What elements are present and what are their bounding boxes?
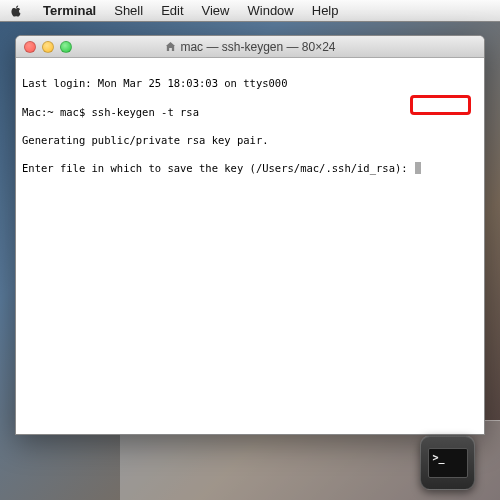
menu-app-name[interactable]: Terminal (34, 3, 105, 18)
menu-bar: Terminal Shell Edit View Window Help (0, 0, 500, 22)
zoom-button[interactable] (60, 41, 72, 53)
menu-edit[interactable]: Edit (152, 3, 192, 18)
minimize-button[interactable] (42, 41, 54, 53)
terminal-line: Generating public/private rsa key pair. (22, 133, 478, 147)
menu-shell[interactable]: Shell (105, 3, 152, 18)
menu-view[interactable]: View (193, 3, 239, 18)
home-icon (164, 41, 176, 53)
window-title-text: mac — ssh-keygen — 80×24 (180, 40, 335, 54)
terminal-content[interactable]: Last login: Mon Mar 25 18:03:03 on ttys0… (16, 58, 484, 434)
window-title: mac — ssh-keygen — 80×24 (16, 40, 484, 54)
menu-window[interactable]: Window (239, 3, 303, 18)
terminal-line: Mac:~ mac$ ssh-keygen -t rsa (22, 105, 478, 119)
terminal-prompt-line: Enter file in which to save the key (/Us… (22, 161, 478, 175)
terminal-line: Last login: Mon Mar 25 18:03:03 on ttys0… (22, 76, 478, 90)
window-titlebar[interactable]: mac — ssh-keygen — 80×24 (16, 36, 484, 58)
close-button[interactable] (24, 41, 36, 53)
traffic-lights (16, 41, 72, 53)
cursor-icon (415, 162, 421, 174)
terminal-icon (428, 448, 468, 478)
apple-icon[interactable] (8, 3, 24, 19)
terminal-window: mac — ssh-keygen — 80×24 Last login: Mon… (15, 35, 485, 435)
menu-help[interactable]: Help (303, 3, 348, 18)
dock-terminal-icon[interactable] (420, 435, 475, 490)
